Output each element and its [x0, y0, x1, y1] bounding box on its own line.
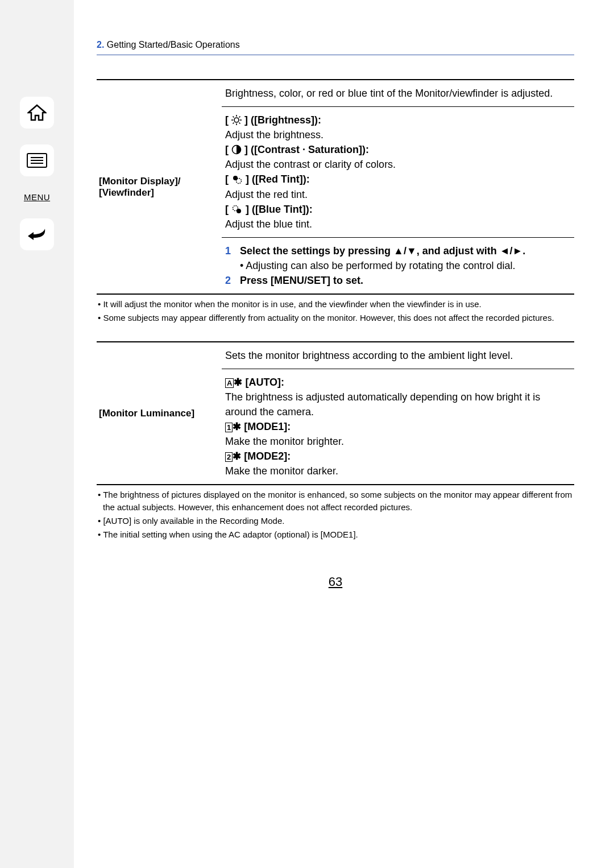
mode1-text: Make the monitor brighter. [225, 434, 571, 449]
brightness-icon [231, 115, 242, 125]
notes-block-1: • It will adjust the monitor when the mo… [97, 298, 574, 324]
step-1-number: 1 [225, 243, 231, 273]
blue-tint-option-label: ([Blue Tint]): [249, 204, 313, 215]
brightness-option-text: Adjust the brightness. [225, 127, 571, 142]
step-1-subtext: • Adjusting can also be performed by rot… [240, 258, 525, 273]
auto-mode-text: The brightness is adjusted automatically… [225, 390, 571, 419]
svg-line-11 [233, 123, 234, 124]
setting-name-line1: [Monitor Display]/ [99, 176, 219, 187]
page-number: 63 [97, 574, 574, 589]
red-tint-icon [231, 174, 243, 184]
list-icon [27, 153, 47, 168]
step-2-number: 2 [225, 273, 231, 288]
sidebar: MENU [0, 0, 74, 868]
red-tint-option-text: Adjust the red tint. [225, 187, 571, 202]
setting-name-cell: [Monitor Display]/ [Viewfinder] [97, 80, 222, 294]
svg-line-9 [233, 117, 234, 118]
contrast-option-label: ([Contrast · Saturation]): [248, 144, 369, 155]
chapter-header: 2. Getting Started/Basic Operations [97, 40, 574, 55]
blue-tint-icon [231, 204, 243, 214]
toc-button[interactable] [20, 144, 54, 176]
luminance-intro: Sets the monitor brightness according to… [222, 342, 574, 369]
svg-line-10 [239, 123, 240, 124]
back-arrow-icon [27, 226, 47, 242]
note-2-2: • [AUTO] is only available in the Record… [97, 515, 574, 527]
luminance-detail-cell: Sets the monitor brightness according to… [222, 342, 574, 485]
auto-mode-label: [AUTO]: [242, 377, 284, 388]
notes-block-2: • The brightness of pictures displayed o… [97, 489, 574, 540]
auto-mode-icon: A✱ [225, 377, 242, 388]
step-1-text: Select the settings by pressing ▲/▼, and… [240, 245, 525, 257]
mode2-label: [MODE2]: [241, 450, 291, 462]
blue-tint-option-text: Adjust the blue tint. [225, 217, 571, 232]
svg-point-4 [234, 118, 239, 122]
svg-line-12 [239, 117, 240, 118]
menu-label: MENU [24, 192, 50, 202]
home-icon [27, 104, 47, 121]
note-1-2: • Some subjects may appear differently f… [97, 312, 574, 324]
svg-point-17 [237, 209, 241, 213]
note-2-3: • The initial setting when using the AC … [97, 528, 574, 541]
chapter-title: Getting Started/Basic Operations [104, 40, 239, 49]
setting-name-line2: [Viewfinder] [99, 187, 219, 199]
contrast-icon [231, 144, 242, 155]
contrast-option-text: Adjust the contrast or clarity of colors… [225, 157, 571, 172]
monitor-luminance-table: [Monitor Luminance] Sets the monitor bri… [97, 341, 574, 486]
setting-intro: Brightness, color, or red or blue tint o… [222, 80, 574, 106]
brightness-option-label: ([Brightness]): [248, 114, 321, 126]
mode1-icon: 1✱ [225, 421, 241, 432]
back-button[interactable] [20, 218, 54, 250]
setting-detail-cell: Brightness, color, or red or blue tint o… [222, 80, 574, 294]
home-button[interactable] [20, 97, 54, 129]
step-2-text: Press [MENU/SET] to set. [240, 273, 363, 288]
red-tint-option-label: ([Red Tint]): [249, 173, 310, 185]
monitor-display-table: [Monitor Display]/ [Viewfinder] Brightne… [97, 79, 574, 295]
svg-point-14 [233, 176, 238, 180]
note-1-1: • It will adjust the monitor when the mo… [97, 298, 574, 311]
menu-button[interactable]: MENU [24, 192, 50, 202]
chapter-number: 2. [97, 40, 104, 49]
mode1-label: [MODE1]: [241, 421, 291, 432]
mode2-text: Make the monitor darker. [225, 464, 571, 478]
luminance-setting-name: [Monitor Luminance] [97, 342, 222, 485]
page-content: 2. Getting Started/Basic Operations [Mon… [74, 0, 614, 868]
note-2-1: • The brightness of pictures displayed o… [97, 489, 574, 514]
mode2-icon: 2✱ [225, 450, 241, 462]
